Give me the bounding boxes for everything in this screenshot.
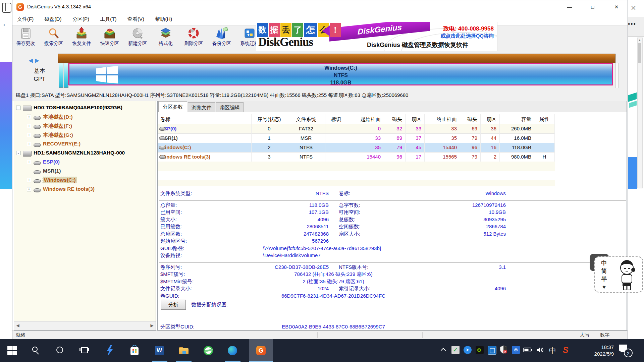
delete-partition-button[interactable]: 删除分区: [180, 25, 207, 47]
expand-icon[interactable]: +: [27, 142, 31, 146]
new-partition-icon: [130, 27, 145, 40]
scroll-left-icon[interactable]: ◀: [14, 321, 21, 330]
tree-horizontal-scrollbar[interactable]: ◀ ▶: [14, 321, 156, 330]
notification-badge[interactable]: 2: [624, 349, 633, 357]
tree-item-hd1[interactable]: - HD1:SAMSUNGMZNLN128HAHQ-000: [14, 148, 156, 158]
tree-item-esp[interactable]: + ESP(0): [14, 158, 156, 167]
task-view-button[interactable]: [76, 339, 93, 362]
table-row-esp[interactable]: ESP(0)0FAT3203233336936260.0MB: [158, 124, 555, 134]
tray-cloud-icon[interactable]: ➤: [464, 346, 472, 354]
diskgenius-taskbar-button[interactable]: G: [249, 339, 273, 362]
partition-block-name: Windows(C:): [69, 64, 612, 72]
battery-tray-icon[interactable]: [523, 347, 533, 354]
store-button[interactable]: [127, 339, 143, 362]
expand-icon[interactable]: +: [27, 160, 31, 164]
table-row-windows-re[interactable]: Windows RE tools(3)3NTFS1544096171556579…: [158, 152, 555, 162]
expand-icon[interactable]: +: [27, 178, 31, 182]
ime-mode-chinese[interactable]: 中: [600, 259, 608, 267]
msr-partition-block[interactable]: [64, 63, 68, 88]
disk-graph-scrollbar[interactable]: [615, 63, 619, 88]
backup-partition-button[interactable]: 备份分区: [208, 25, 235, 47]
snowflake-tray-icon[interactable]: ❄: [512, 346, 520, 354]
scrollbar-thumb[interactable]: [638, 43, 641, 63]
format-button[interactable]: 格式化: [152, 25, 179, 47]
pinned-app-bolt[interactable]: [102, 339, 118, 362]
edge-icon: [228, 346, 237, 355]
windows-c-partition-block[interactable]: Windows(C:) NTFS 118.0GB: [68, 63, 613, 85]
expand-icon[interactable]: +: [27, 187, 31, 191]
ime-mode-simplified[interactable]: 简: [600, 267, 608, 275]
tree-item-local-g[interactable]: + 本地磁盘(G:): [14, 130, 156, 139]
tab-sector-edit[interactable]: 扇区编辑: [216, 102, 244, 112]
recover-files-button[interactable]: 恢复文件: [68, 25, 95, 47]
minimize-button[interactable]: —: [562, 2, 577, 12]
clock-time: 18:37: [583, 344, 614, 351]
menu-disk[interactable]: 磁盘(D): [40, 14, 66, 22]
ime-mode-halfwidth[interactable]: 半: [600, 275, 608, 283]
analyze-button[interactable]: 分析: [161, 300, 186, 310]
scroll-right-icon[interactable]: ▶: [148, 321, 156, 330]
more-options-icon[interactable]: •••: [628, 21, 636, 28]
expand-icon[interactable]: +: [27, 133, 31, 137]
ime-floating-widget[interactable]: 中 简 半 ♥: [594, 256, 643, 293]
taskbar-search-button[interactable]: [28, 339, 44, 362]
close-button[interactable]: ✕: [609, 2, 624, 12]
tree-item-recovery-e[interactable]: + RECOVERY(E:): [14, 139, 156, 148]
quick-partition-button[interactable]: 快速分区: [96, 25, 123, 47]
ime-mode-column[interactable]: 中 简 半 ♥: [600, 259, 608, 291]
esp-partition-block[interactable]: [59, 63, 63, 88]
search-partition-button[interactable]: 搜索分区: [40, 25, 67, 47]
tree-item-msr[interactable]: MSR(1): [14, 167, 156, 176]
tree-item-local-d[interactable]: + 本地磁盘(D:): [14, 112, 156, 121]
tree-item-windows-re[interactable]: + Windows RE tools(3): [14, 185, 156, 194]
security-tray-icon[interactable]: [500, 345, 507, 355]
scroll-up-icon[interactable]: ▲: [638, 38, 641, 42]
tree-item-windows-c[interactable]: + Windows(C:): [14, 176, 156, 185]
task-view-icon: [88, 348, 89, 351]
banner-qq-link[interactable]: 或点击此处选择QQ咨询: [441, 33, 494, 39]
back-arrow-icon[interactable]: ←: [2, 19, 9, 28]
tree-item-local-f[interactable]: + 本地磁盘(F:): [14, 121, 156, 130]
table-row-windows-c-selected[interactable]: Windows(C:)2NTFS357945154409616118.0GB: [158, 143, 555, 153]
background-close-icon[interactable]: ✕: [631, 4, 636, 12]
partition-detail-panel: 分区参数 浏览文件 扇区编辑 卷标序号(状态)文件系统标识起始柱面磁头扇区终止柱…: [157, 101, 627, 330]
partition-icon: [34, 116, 41, 120]
maximize-button[interactable]: □: [586, 2, 600, 12]
green-browser-button[interactable]: [201, 339, 217, 362]
taskbar-clock[interactable]: 18:37 2022/5/9: [583, 344, 614, 357]
new-partition-button[interactable]: 新建分区: [124, 25, 151, 47]
ime-heart-icon[interactable]: ♥: [600, 283, 608, 291]
save-changes-button[interactable]: 保存更改: [12, 25, 39, 47]
system-migration-icon: [243, 27, 257, 40]
cortana-button[interactable]: [52, 339, 68, 362]
word-button[interactable]: W: [152, 339, 168, 362]
nvidia-tray-icon[interactable]: [476, 346, 484, 354]
menu-view[interactable]: 查看(V): [123, 14, 149, 22]
tray-update-icon[interactable]: ✓: [451, 346, 460, 354]
file-explorer-button[interactable]: [176, 339, 192, 362]
disk-header-strip[interactable]: [58, 54, 615, 63]
menu-tools[interactable]: 工具(T): [95, 14, 121, 22]
tab-partition-params[interactable]: 分区参数: [158, 101, 187, 112]
tree-item-hd0[interactable]: - HD0:TOSHIBAMQ04ABF100(932GB): [14, 103, 156, 112]
ime-indicator[interactable]: 中: [549, 346, 556, 355]
collapse-icon[interactable]: -: [16, 106, 20, 110]
tab-browse-files[interactable]: 浏览文件: [188, 102, 215, 112]
expand-icon[interactable]: +: [27, 115, 31, 119]
menu-file[interactable]: 文件(F): [12, 14, 38, 22]
promo-banner[interactable]: 数 据 丢 了 怎 么 ！ DiskGenius 致电: 400-008-995…: [256, 22, 497, 51]
intel-tray-icon[interactable]: [488, 346, 496, 355]
edge-button[interactable]: [225, 339, 241, 362]
menu-help[interactable]: 帮助(H): [150, 14, 177, 22]
start-button[interactable]: [4, 339, 20, 362]
sogou-tray-icon[interactable]: S: [563, 345, 569, 355]
table-row-msr[interactable]: MSR(1)1MSR33693735794416.0MB: [158, 133, 555, 143]
collapse-icon[interactable]: -: [16, 151, 20, 155]
disk-graph-panel: ◀▶ 基本 GPT Windows(C:) NTFS 118.0GB: [12, 52, 628, 89]
tray-chevron-button[interactable]: [441, 347, 446, 352]
volume-tray-icon[interactable]: [536, 347, 544, 355]
divider: [317, 332, 318, 338]
expand-icon[interactable]: +: [27, 124, 31, 128]
menu-partition[interactable]: 分区(P): [68, 14, 94, 22]
disk-nav-arrows[interactable]: ◀▶: [29, 57, 41, 64]
